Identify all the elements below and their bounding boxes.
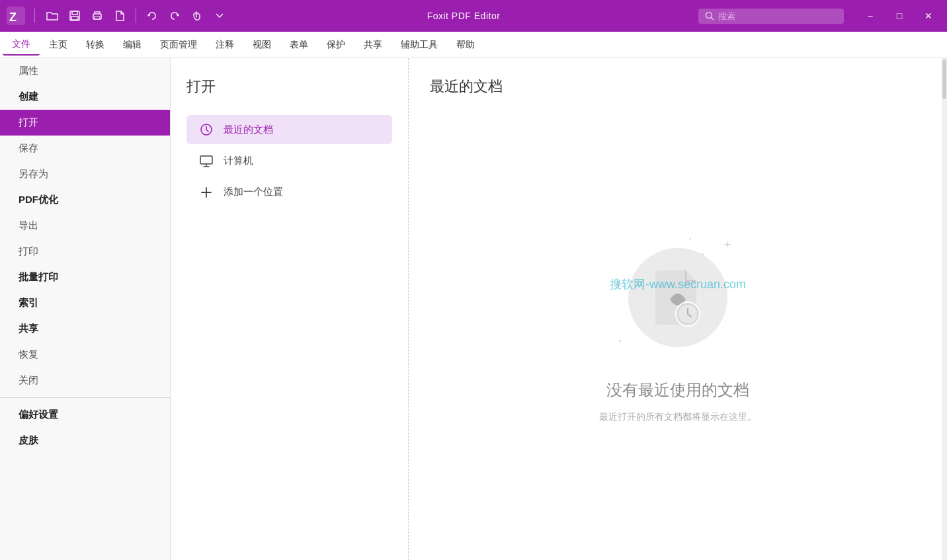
menu-item-edit[interactable]: 编辑 [114, 35, 151, 55]
sidebar: 属性 创建 打开 保存 另存为 PDF优化 导出 打印 批量打印 索引 共享 恢… [0, 58, 171, 560]
open-folder-icon[interactable] [43, 7, 62, 25]
new-icon[interactable] [110, 7, 129, 25]
empty-state-title: 没有最近使用的文档 [606, 380, 749, 401]
open-option-recent[interactable]: 最近的文档 [186, 115, 392, 144]
svg-point-7 [706, 13, 712, 19]
menu-item-home[interactable]: 主页 [40, 35, 77, 55]
open-panel: 打开 最近的文档 [171, 58, 947, 560]
close-button[interactable]: ✕ [915, 5, 942, 26]
open-panel-title: 打开 [186, 77, 392, 97]
open-option-add-location[interactable]: 添加一个位置 [186, 178, 392, 206]
menu-item-file[interactable]: 文件 [3, 34, 40, 56]
recent-panel-title: 最近的文档 [430, 77, 503, 97]
search-input[interactable] [718, 11, 824, 21]
empty-state: + ● ● ● + [430, 112, 926, 541]
redo-icon[interactable] [165, 7, 184, 25]
sidebar-item-saveas[interactable]: 另存为 [0, 161, 170, 187]
monitor-icon [197, 155, 216, 167]
svg-text:Z: Z [9, 11, 17, 24]
menu-item-tools[interactable]: 辅助工具 [391, 35, 447, 55]
app-logo: Z [5, 5, 26, 26]
minimize-button[interactable]: − [857, 5, 884, 26]
empty-file-icon [651, 268, 704, 327]
sidebar-item-close[interactable]: 关闭 [0, 368, 170, 393]
menu-bar: 文件 主页 转换 编辑 页面管理 注释 视图 表单 保护 共享 辅助工具 帮助 [0, 32, 947, 58]
sidebar-item-open[interactable]: 打开 [0, 110, 170, 136]
scrollbar-thumb[interactable] [942, 60, 946, 99]
svg-rect-3 [72, 11, 77, 15]
dropdown-icon[interactable] [210, 7, 229, 25]
search-icon [705, 11, 714, 20]
app-title: Foxit PDF Editor [234, 11, 693, 21]
sidebar-item-export[interactable]: 导出 [0, 213, 170, 239]
empty-state-subtitle: 最近打开的所有文档都将显示在这里。 [599, 411, 757, 423]
svg-rect-4 [71, 17, 78, 20]
toolbar-icons [43, 7, 229, 25]
sidebar-item-skin[interactable]: 皮肤 [0, 428, 170, 454]
sidebar-item-index[interactable]: 索引 [0, 290, 170, 316]
undo-icon[interactable] [143, 7, 161, 25]
save-icon[interactable] [65, 7, 84, 25]
open-option-add-label: 添加一个位置 [224, 186, 283, 198]
sidebar-item-print[interactable]: 打印 [0, 239, 170, 264]
separator-2 [136, 9, 136, 23]
open-option-computer-label: 计算机 [224, 155, 253, 167]
sidebar-divider [0, 397, 170, 398]
plus-icon [197, 186, 216, 198]
maximize-button[interactable]: □ [886, 5, 913, 26]
print-icon[interactable] [88, 7, 106, 25]
menu-item-help[interactable]: 帮助 [447, 35, 484, 55]
main-area: 属性 创建 打开 保存 另存为 PDF优化 导出 打印 批量打印 索引 共享 恢… [0, 58, 947, 560]
menu-item-page-manage[interactable]: 页面管理 [151, 35, 206, 55]
sidebar-item-save[interactable]: 保存 [0, 136, 170, 161]
menu-item-convert[interactable]: 转换 [77, 35, 114, 55]
empty-circle [628, 248, 727, 347]
recent-documents-panel: 最近的文档 搜软网-www.secruan.com + ● ● ● + [409, 58, 947, 560]
svg-rect-9 [200, 156, 212, 164]
separator-1 [34, 9, 35, 23]
content-area: 打开 最近的文档 [171, 58, 947, 560]
sidebar-item-share[interactable]: 共享 [0, 316, 170, 342]
open-option-recent-label: 最近的文档 [224, 124, 273, 136]
search-box[interactable] [698, 9, 844, 24]
clock-icon [197, 123, 216, 136]
open-options-panel: 打开 最近的文档 [171, 58, 409, 560]
scrollbar-track[interactable] [942, 58, 947, 560]
hand-tool-icon[interactable] [188, 7, 206, 25]
sidebar-item-create[interactable]: 创建 [0, 84, 170, 110]
sidebar-item-properties[interactable]: 属性 [0, 58, 170, 84]
menu-item-protect[interactable]: 保护 [317, 35, 354, 55]
menu-item-share[interactable]: 共享 [354, 35, 391, 55]
sidebar-item-batch-print[interactable]: 批量打印 [0, 264, 170, 290]
menu-item-form[interactable]: 表单 [280, 35, 317, 55]
title-bar: Z [0, 0, 947, 32]
open-option-computer[interactable]: 计算机 [186, 147, 392, 175]
window-controls: − □ ✕ [857, 5, 942, 26]
sidebar-item-recover[interactable]: 恢复 [0, 342, 170, 368]
menu-item-annotate[interactable]: 注释 [206, 35, 243, 55]
sidebar-item-pdf-optimize[interactable]: PDF优化 [0, 187, 170, 213]
menu-item-view[interactable]: 视图 [243, 35, 280, 55]
sidebar-item-preferences[interactable]: 偏好设置 [0, 402, 170, 428]
